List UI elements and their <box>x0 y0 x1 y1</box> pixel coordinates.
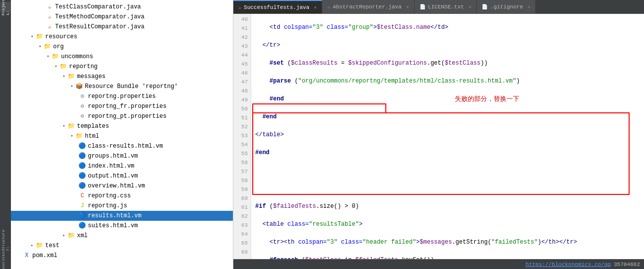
tree-label: org <box>53 42 233 51</box>
tab-successful-tests[interactable]: ☕ SuccessfulTests.java ✕ <box>233 0 322 13</box>
tree-item-uncommons[interactable]: ▾ 📁 uncommons <box>11 52 233 62</box>
tree-item-class-results-vm[interactable]: 🔵 class-results.html.vm <box>11 141 233 151</box>
code-line-51: <table class="resultsTable"> <box>255 220 640 229</box>
chevron-icon: ▾ <box>63 72 68 81</box>
tree-label: results.html.vm <box>88 211 233 220</box>
tree-item-reportng-js[interactable]: J reportng.js <box>11 201 233 211</box>
tree-item-groups-vm[interactable]: 🔵 groups.html.vm <box>11 151 233 161</box>
chevron-icon: ▾ <box>39 42 44 51</box>
tree-item-resources[interactable]: ▾ 📁 resources <box>11 32 233 42</box>
tree-item-reportng-pt-props[interactable]: ⚙ reportng_pt.properties <box>11 111 233 121</box>
vm-file-icon: 🔵 <box>78 162 86 170</box>
tree-item-reportng-fr-props[interactable]: ⚙ reportng_fr.properties <box>11 101 233 111</box>
tab-close-icon[interactable]: ✕ <box>314 4 317 10</box>
tree-item-xml[interactable]: ▸ 📁 xml <box>11 231 233 241</box>
bottom-link[interactable]: https://blockonomics.co/qq <box>526 262 611 268</box>
tree-item-suites-vm[interactable]: 🔵 suites.html.vm <box>11 221 233 231</box>
chevron-icon: ▾ <box>63 122 68 131</box>
code-content-wrapper: 失败的部分，替换一下 <td colspan="3" class="group"… <box>251 14 644 259</box>
tree-item-index-vm[interactable]: 🔵 index.html.vm <box>11 161 233 171</box>
chevron-icon: ▾ <box>31 32 36 41</box>
code-content[interactable]: <td colspan="3" class="group">$testClass… <box>251 14 644 259</box>
xml-file-icon: X <box>23 252 31 260</box>
chevron-icon: ▾ <box>71 132 75 141</box>
text-tab-icon: 📄 <box>420 4 426 10</box>
tree-label: messages <box>77 72 233 81</box>
tab-abstract-reporter[interactable]: ☕ AbstractReporter.java ✕ <box>322 0 415 13</box>
vm-file-icon: 🔵 <box>78 142 86 150</box>
tree-label: xml <box>77 231 233 240</box>
tab-label: AbstractReporter.java <box>333 4 402 10</box>
tree-item-TestResultComparator[interactable]: ☕ TestResultComparator.java <box>11 22 233 32</box>
tab-close-icon[interactable]: ✕ <box>527 4 530 10</box>
tree-item-reportng-props[interactable]: ⚙ reportng.properties <box>11 91 233 101</box>
code-line-53: #foreach ($testClass in $failedTests.key… <box>255 256 640 259</box>
folder-icon: 📁 <box>68 232 75 240</box>
tree-label: Resource Bundle 'reportng' <box>85 82 233 91</box>
folder-icon: 📁 <box>60 63 68 71</box>
folder-icon: 📁 <box>75 132 83 140</box>
tree-label: reportng.properties <box>88 92 233 101</box>
tree-label: reportng_pt.properties <box>88 112 233 121</box>
tree-item-pom-xml[interactable]: X pom.xml <box>11 251 233 261</box>
code-line-49 <box>255 184 640 193</box>
tab-close-icon[interactable]: ✕ <box>406 4 409 10</box>
bottom-code: 35704662 <box>614 262 640 268</box>
tab-close-icon[interactable]: ✕ <box>468 4 471 10</box>
chevron-icon: ▾ <box>55 62 60 71</box>
css-file-icon: C <box>78 192 86 200</box>
tree-label: pom.xml <box>32 251 233 260</box>
tree-item-overview-vm[interactable]: 🔵 overview.html.vm <box>11 181 233 191</box>
tree-label: reportng_fr.properties <box>88 102 233 111</box>
tree-label: test <box>45 241 233 250</box>
tree-label: TestMethodComparator.java <box>55 12 233 21</box>
tree-item-TestClassComparator[interactable]: ☕ TestClassComparator.java <box>11 2 233 12</box>
folder-icon: 📁 <box>36 33 44 41</box>
tree-item-reportng-css[interactable]: C reportng.css <box>11 191 233 201</box>
tree-item-messages[interactable]: ▾ 📁 messages <box>11 72 233 82</box>
tree-item-resource-bundle[interactable]: ▾ 📦 Resource Bundle 'reportng' <box>11 82 233 91</box>
project-panel-icon[interactable]: 1: Project <box>0 2 10 12</box>
tree-item-test[interactable]: ▸ 📁 test <box>11 241 233 251</box>
chevron-icon: ▸ <box>63 231 68 240</box>
tab-label: LICENSE.txt <box>428 4 464 10</box>
tree-label: TestResultComparator.java <box>55 22 233 31</box>
folder-icon: 📁 <box>52 53 60 61</box>
structure-panel-icon[interactable]: 7: Structure <box>0 235 10 245</box>
folder-icon: 📁 <box>36 242 44 250</box>
chevron-icon: ▾ <box>71 82 75 91</box>
tree-label: reportng <box>69 62 233 71</box>
tab-label: SuccessfulTests.java <box>244 4 309 10</box>
vm-file-icon: 🔵 <box>78 152 86 160</box>
tree-label: resources <box>45 32 233 41</box>
tree-label: groups.html.vm <box>88 152 233 161</box>
tree-item-html[interactable]: ▾ 📁 html <box>11 131 233 141</box>
tab-gitignore[interactable]: 📄 .gitignore ✕ <box>477 0 536 13</box>
chevron-icon: ▸ <box>31 241 36 250</box>
code-line-48 <box>255 166 640 175</box>
tree-item-reportng[interactable]: ▾ 📁 reportng <box>11 62 233 72</box>
main-editor-area: ☕ SuccessfulTests.java ✕ ☕ AbstractRepor… <box>233 0 644 269</box>
chevron-icon: ▾ <box>47 52 52 61</box>
tree-item-org[interactable]: ▾ 📁 org <box>11 42 233 52</box>
folder-icon: 📁 <box>68 73 75 81</box>
props-file-icon: ⚙ <box>78 102 86 110</box>
tree-label: overview.html.vm <box>88 181 233 190</box>
favorites-panel-icon[interactable]: 2: Favorites <box>0 257 10 267</box>
java-tab-icon: ☕ <box>238 4 241 10</box>
code-line-40: <td colspan="3" class="group">$testClass… <box>255 23 640 32</box>
tree-item-TestMethodComparator[interactable]: ☕ TestMethodComparator.java <box>11 12 233 22</box>
line-numbers: 40 41 42 43 44 45 46 47 48 49 50 51 52 5… <box>233 14 251 259</box>
tree-item-templates[interactable]: ▾ 📁 templates <box>11 121 233 131</box>
tree-item-results-vm[interactable]: 🔵 results.html.vm <box>11 211 233 221</box>
tree-label: suites.html.vm <box>88 221 233 230</box>
code-line-41: </tr> <box>255 41 640 50</box>
java-file-icon: ☕ <box>46 13 54 21</box>
tree-item-output-vm[interactable]: 🔵 output.html.vm <box>11 171 233 181</box>
tree-label: reportng.css <box>88 191 233 200</box>
tree-label: templates <box>77 122 233 131</box>
code-line-45: #end <box>255 112 640 121</box>
props-file-icon: ⚙ <box>78 112 86 120</box>
folder-icon: 📁 <box>44 43 52 51</box>
tab-license[interactable]: 📄 LICENSE.txt ✕ <box>415 0 477 13</box>
